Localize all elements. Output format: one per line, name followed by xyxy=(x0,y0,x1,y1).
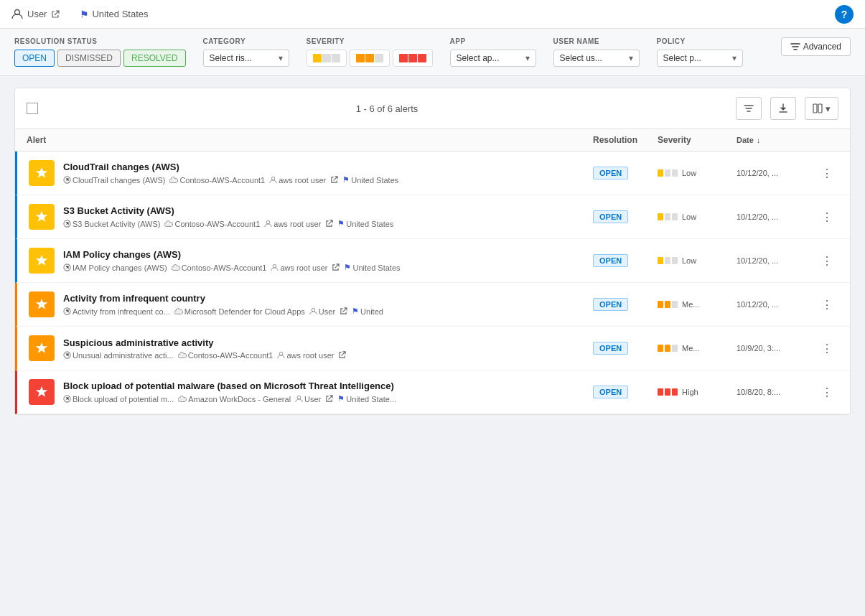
alert-icon xyxy=(29,204,55,230)
username-select[interactable]: Select us... ▾ xyxy=(553,50,640,67)
alert-severity: Low xyxy=(658,256,737,265)
alert-region: ⚑ United State... xyxy=(337,394,396,403)
cloud-icon xyxy=(172,264,180,271)
alert-date: 10/8/20, 8:... xyxy=(737,388,815,396)
status-badge: OPEN xyxy=(593,254,628,267)
dismissed-filter-button[interactable]: DISMISSED xyxy=(57,50,121,67)
external-link-icon[interactable] xyxy=(325,220,333,228)
external-link-icon[interactable] xyxy=(340,307,347,315)
alert-user: User xyxy=(309,307,335,316)
alert-user: aws root user xyxy=(264,220,321,228)
more-options-button[interactable]: ⋮ xyxy=(818,383,836,402)
flag-icon: ⚑ xyxy=(352,307,359,316)
cloud-icon xyxy=(169,177,178,184)
more-options-button[interactable]: ⋮ xyxy=(818,295,836,314)
user-info[interactable]: User xyxy=(11,9,60,20)
policy-select[interactable]: Select p... ▾ xyxy=(657,50,743,67)
alert-info: S3 Bucket Activity (AWS) S3 Bucket Activ… xyxy=(63,205,593,228)
external-link-icon[interactable] xyxy=(332,263,340,271)
cloud-icon xyxy=(178,352,187,359)
alert-info: Activity from infrequent country Activit… xyxy=(63,293,593,316)
external-link-icon[interactable] xyxy=(51,10,60,19)
star-icon xyxy=(34,385,49,399)
username-filter: USER NAME Select us... ▾ xyxy=(553,37,640,67)
severity-bars xyxy=(658,301,678,308)
severity-filter: SEVERITY xyxy=(307,37,433,67)
severity-medium-button[interactable] xyxy=(350,50,390,67)
open-filter-button[interactable]: OPEN xyxy=(14,50,55,67)
columns-icon xyxy=(813,103,823,113)
columns-button[interactable]: ▾ xyxy=(805,97,838,120)
severity-high-button[interactable] xyxy=(393,50,433,67)
chevron-down-icon: ▾ xyxy=(826,103,831,114)
help-button[interactable]: ? xyxy=(835,5,854,24)
download-button[interactable] xyxy=(770,97,796,120)
column-alert-header: Alert xyxy=(27,135,593,145)
app-filter: APP Select ap... ▾ xyxy=(450,37,536,67)
severity-low-button[interactable] xyxy=(307,50,347,67)
alert-severity: Low xyxy=(658,213,737,221)
more-options-button[interactable]: ⋮ xyxy=(818,251,836,271)
more-options-button[interactable]: ⋮ xyxy=(818,207,836,227)
alert-type-icon xyxy=(63,263,71,271)
chevron-down-icon: ▾ xyxy=(279,53,283,63)
alert-row[interactable]: S3 Bucket Activity (AWS) S3 Bucket Activ… xyxy=(15,195,850,239)
alert-row[interactable]: CloudTrail changes (AWS) CloudTrail chan… xyxy=(15,151,850,195)
svg-rect-2 xyxy=(818,104,822,113)
download-icon xyxy=(777,103,789,114)
column-date-header[interactable]: Date ↓ xyxy=(737,136,815,144)
alert-meta: S3 Bucket Activity (AWS) Contoso-AWS-Acc… xyxy=(63,219,593,228)
alert-actions: ⋮ xyxy=(815,207,838,227)
alert-info: Block upload of potential malware (based… xyxy=(63,381,593,403)
username-label: USER NAME xyxy=(553,37,640,45)
policy-label: POLICY xyxy=(657,37,743,45)
alert-account: Contoso-AWS-Account1 xyxy=(164,220,260,228)
alert-subtitle: CloudTrail changes (AWS) xyxy=(63,176,165,185)
alert-row[interactable]: Block upload of potential malware (based… xyxy=(15,370,850,414)
filter-active-button[interactable] xyxy=(736,97,762,120)
resolution-status-label: RESOLUTION STATUS xyxy=(14,37,186,45)
resolved-filter-button[interactable]: RESOLVED xyxy=(123,50,185,67)
alert-row[interactable]: Activity from infrequent country Activit… xyxy=(15,283,850,327)
star-icon xyxy=(34,297,49,312)
select-all-checkbox[interactable] xyxy=(27,103,38,114)
alert-date: 10/12/20, ... xyxy=(737,169,815,177)
alert-resolution: OPEN xyxy=(593,386,658,398)
alert-actions: ⋮ xyxy=(815,383,838,402)
alert-user: aws root user xyxy=(277,351,334,360)
category-select[interactable]: Select ris... ▾ xyxy=(203,50,289,67)
advanced-button[interactable]: Advanced xyxy=(781,37,851,56)
more-options-button[interactable]: ⋮ xyxy=(818,339,836,358)
alert-type-icon xyxy=(63,395,71,403)
alert-resolution: OPEN xyxy=(593,342,658,355)
alert-title: S3 Bucket Activity (AWS) xyxy=(63,205,593,216)
category-label: CATEGORY xyxy=(203,37,289,45)
external-link-icon[interactable] xyxy=(330,176,338,184)
alert-subtitle: Unusual administrative acti... xyxy=(63,351,174,360)
alert-info: IAM Policy changes (AWS) IAM Policy chan… xyxy=(63,249,593,272)
alert-actions: ⋮ xyxy=(815,251,838,271)
alert-actions: ⋮ xyxy=(815,295,838,314)
alert-subtitle: Block upload of potential m... xyxy=(63,395,174,403)
user-icon xyxy=(264,220,272,228)
more-options-button[interactable]: ⋮ xyxy=(818,164,836,183)
alert-count: 1 - 6 of 6 alerts xyxy=(47,103,727,114)
alert-row[interactable]: IAM Policy changes (AWS) IAM Policy chan… xyxy=(15,239,850,283)
alert-user: aws root user xyxy=(269,176,326,185)
user-icon xyxy=(11,9,23,20)
column-severity-header: Severity xyxy=(658,135,737,145)
panel-toolbar: 1 - 6 of 6 alerts ▾ xyxy=(15,88,850,129)
external-link-icon[interactable] xyxy=(325,395,333,403)
flag-icon: ⚑ xyxy=(337,394,345,403)
policy-filter: POLICY Select p... ▾ xyxy=(657,37,743,67)
external-link-icon[interactable] xyxy=(338,351,346,359)
alert-icon xyxy=(29,291,55,317)
status-badge: OPEN xyxy=(593,386,628,398)
app-select[interactable]: Select ap... ▾ xyxy=(450,50,536,67)
alert-info: CloudTrail changes (AWS) CloudTrail chan… xyxy=(63,162,593,185)
alert-row[interactable]: Suspicious administrative activity Unusu… xyxy=(15,327,850,370)
chevron-down-icon: ▾ xyxy=(525,53,530,63)
user-icon xyxy=(277,351,285,359)
alert-type-icon xyxy=(63,351,71,359)
severity-label: SEVERITY xyxy=(307,37,433,45)
